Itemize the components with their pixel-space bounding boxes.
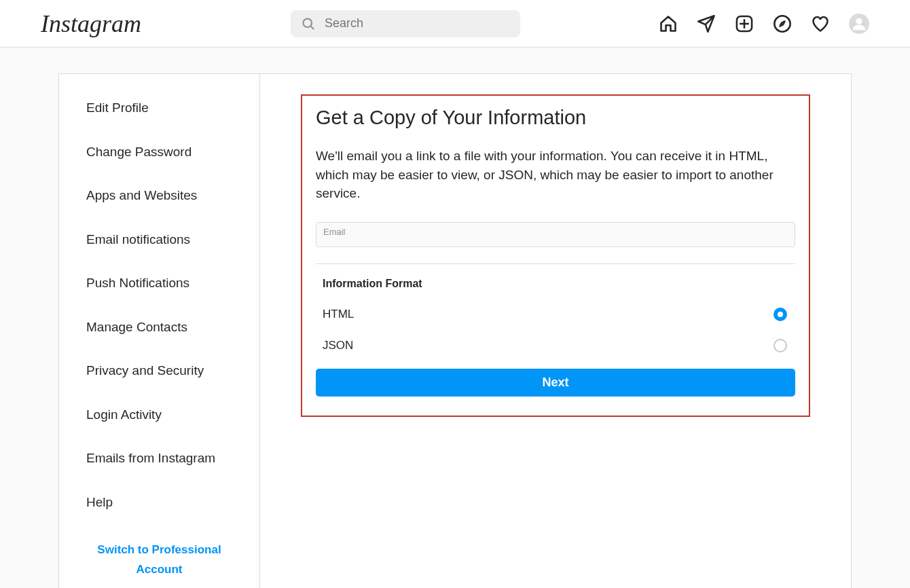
format-option-html[interactable]: HTML bbox=[316, 302, 795, 327]
sidebar-item-edit-profile[interactable]: Edit Profile bbox=[59, 86, 259, 130]
page-description: We'll email you a link to a file with yo… bbox=[316, 147, 795, 203]
email-label: Email bbox=[323, 227, 788, 237]
search-icon bbox=[302, 17, 315, 31]
format-option-json[interactable]: JSON bbox=[316, 333, 795, 358]
sidebar-item-manage-contacts[interactable]: Manage Contacts bbox=[59, 306, 259, 350]
messenger-icon[interactable] bbox=[697, 14, 716, 33]
nav-icons bbox=[659, 14, 869, 34]
settings-container: Edit Profile Change Password Apps and We… bbox=[58, 73, 852, 588]
format-header: Information Format bbox=[323, 278, 788, 290]
sidebar-item-emails-instagram[interactable]: Emails from Instagram bbox=[59, 437, 259, 481]
sidebar-item-login-activity[interactable]: Login Activity bbox=[59, 393, 259, 437]
top-nav: Instagram bbox=[0, 0, 910, 48]
new-post-icon[interactable] bbox=[735, 14, 754, 33]
svg-line-1 bbox=[310, 26, 313, 29]
switch-professional-link[interactable]: Switch to Professional Account bbox=[59, 524, 259, 588]
next-button[interactable]: Next bbox=[316, 369, 795, 397]
sidebar-item-help[interactable]: Help bbox=[59, 481, 259, 525]
settings-sidebar: Edit Profile Change Password Apps and We… bbox=[59, 74, 260, 588]
settings-main: Get a Copy of Your Information We'll ema… bbox=[260, 74, 851, 588]
section-divider bbox=[316, 263, 795, 264]
format-option-html-label: HTML bbox=[323, 308, 354, 321]
radio-html[interactable] bbox=[774, 308, 787, 321]
page-title: Get a Copy of Your Information bbox=[316, 107, 795, 129]
sidebar-item-change-password[interactable]: Change Password bbox=[59, 130, 259, 174]
explore-icon[interactable] bbox=[773, 14, 792, 33]
home-icon[interactable] bbox=[659, 14, 678, 33]
download-data-panel: Get a Copy of Your Information We'll ema… bbox=[301, 94, 810, 417]
svg-marker-6 bbox=[780, 21, 785, 26]
format-option-json-label: JSON bbox=[323, 339, 353, 352]
sidebar-item-email-notifications[interactable]: Email notifications bbox=[59, 218, 259, 262]
search-box[interactable] bbox=[291, 10, 520, 37]
radio-json[interactable] bbox=[774, 339, 787, 352]
svg-point-5 bbox=[774, 16, 790, 31]
svg-point-7 bbox=[856, 18, 862, 24]
email-field[interactable]: Email bbox=[316, 222, 795, 247]
profile-avatar[interactable] bbox=[849, 14, 869, 34]
sidebar-item-apps-websites[interactable]: Apps and Websites bbox=[59, 174, 259, 218]
instagram-logo[interactable]: Instagram bbox=[41, 10, 141, 38]
sidebar-item-privacy-security[interactable]: Privacy and Security bbox=[59, 349, 259, 393]
search-input[interactable] bbox=[325, 16, 509, 31]
sidebar-item-push-notifications[interactable]: Push Notifications bbox=[59, 261, 259, 306]
activity-heart-icon[interactable] bbox=[811, 14, 830, 33]
